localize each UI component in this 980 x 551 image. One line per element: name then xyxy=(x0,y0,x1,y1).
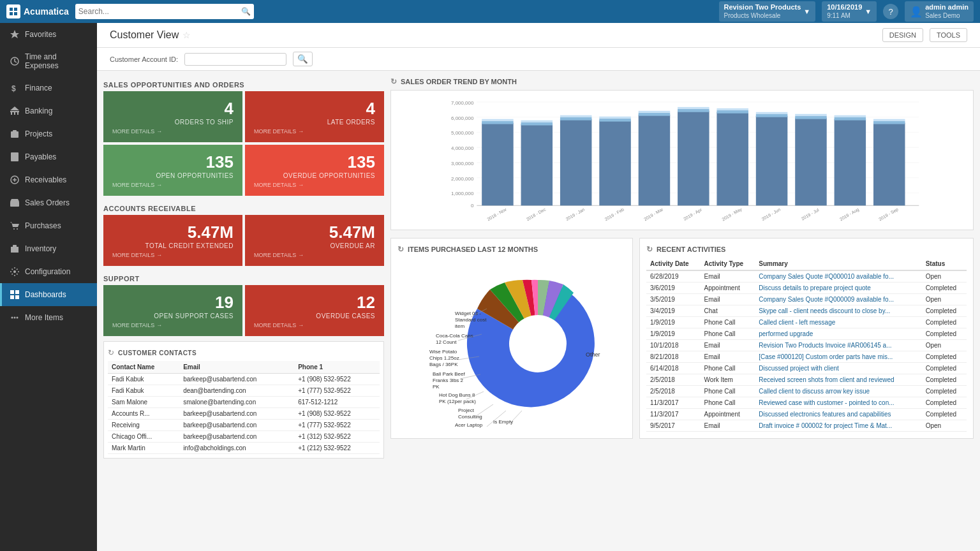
activity-row[interactable]: 8/21/2018Email[Case #000120] Custom orde… xyxy=(646,351,967,363)
activity-row[interactable]: 11/3/2017AppointmentDiscussed electronic… xyxy=(646,409,967,420)
contacts-row[interactable]: Fadi Kabukdean@bartending.con+1 (777) 53… xyxy=(108,385,380,397)
sidebar-item-inventory[interactable]: Inventory xyxy=(0,237,97,260)
activities-refresh-icon[interactable]: ↻ xyxy=(646,245,653,254)
activity-status: Completed xyxy=(922,305,967,317)
open-opp-number: 135 xyxy=(112,152,234,172)
datetime-selector[interactable]: 10/16/2019 9:11 AM ▼ xyxy=(822,1,877,21)
activity-summary-link[interactable]: Reviewed case with customer - pointed to… xyxy=(759,399,894,406)
svg-rect-52 xyxy=(521,124,553,206)
activity-row[interactable]: 2/5/2018Phone CallCalled client to discu… xyxy=(646,386,967,397)
activity-summary-link[interactable]: Draft invoice # 000002 for project Time … xyxy=(759,422,892,429)
activity-row[interactable]: 6/14/2018Phone CallDiscussed project wit… xyxy=(646,363,967,374)
svg-rect-68 xyxy=(716,110,748,114)
sidebar-item-payables[interactable]: Payables xyxy=(0,145,97,168)
contacts-row[interactable]: Mark Martininfo@abcholdings.con+1 (212) … xyxy=(108,443,380,454)
activity-summary-link[interactable]: Company Sales Quote #Q000010 available f… xyxy=(759,273,894,280)
svg-rect-53 xyxy=(521,122,553,126)
activity-row[interactable]: 1/9/2019Phone CallCalled client - left m… xyxy=(646,317,967,328)
svg-text:5,000,000: 5,000,000 xyxy=(451,130,474,136)
activity-date: 11/3/2017 xyxy=(646,397,701,409)
design-button[interactable]: DESIGN xyxy=(882,28,923,42)
activity-row[interactable]: 11/3/2017Phone CallReviewed case with cu… xyxy=(646,397,967,409)
col-activity-type: Activity Type xyxy=(701,258,755,270)
account-input[interactable] xyxy=(184,53,286,66)
activity-summary-link[interactable]: Called client to discuss arrow key issue xyxy=(759,388,870,395)
bar-chart-refresh-icon[interactable]: ↻ xyxy=(390,77,397,86)
sidebar-item-sales-orders[interactable]: Sales Orders xyxy=(0,191,97,214)
activity-summary-link[interactable]: Discussed electronics features and capab… xyxy=(759,411,891,418)
sidebar-item-favorites[interactable]: Favorites xyxy=(0,23,97,46)
contact-cell: 617-512-1212 xyxy=(294,397,380,408)
svg-text:0: 0 xyxy=(471,203,474,209)
activity-summary-link[interactable]: [Case #000120] Custom order parts have m… xyxy=(759,353,893,360)
sidebar-item-time-expenses[interactable]: Time and Expenses xyxy=(0,46,97,77)
activity-row[interactable]: 6/28/2019EmailCompany Sales Quote #Q0000… xyxy=(646,270,967,283)
activity-row[interactable]: 2/5/2018Work ItemReceived screen shots f… xyxy=(646,374,967,386)
activity-summary-link[interactable]: Skype call - client needs discount to cl… xyxy=(759,307,890,314)
svg-rect-57 xyxy=(560,115,592,117)
late-orders-more: MORE DETAILS→ xyxy=(254,128,375,135)
support-section-header: SUPPORT xyxy=(103,271,384,285)
activity-row[interactable]: 3/6/2019AppointmentDiscuss details to pr… xyxy=(646,283,967,294)
activity-row[interactable]: 3/4/2019ChatSkype call - client needs di… xyxy=(646,305,967,317)
favorite-star-icon[interactable]: ☆ xyxy=(182,30,191,40)
contacts-row[interactable]: Receivingbarkeep@usabartend.con+1 (777) … xyxy=(108,420,380,431)
tools-button[interactable]: TOOLS xyxy=(930,28,967,42)
activity-summary-link[interactable]: Discussed project with client xyxy=(759,365,839,372)
svg-rect-54 xyxy=(521,121,553,122)
sidebar-item-projects[interactable]: Projects xyxy=(0,122,97,145)
overdue-opp-card[interactable]: 135 OVERDUE OPPORTUNITIES MORE DETAILS→ xyxy=(245,145,384,196)
help-button[interactable]: ? xyxy=(883,4,898,19)
open-support-number: 19 xyxy=(112,293,234,312)
sidebar-item-more[interactable]: More Items xyxy=(0,306,97,329)
activity-row[interactable]: 9/5/2017EmailDraft invoice # 000002 for … xyxy=(646,420,967,432)
search-icon[interactable]: 🔍 xyxy=(241,7,251,16)
activity-summary-link[interactable]: performed upgrade xyxy=(759,330,813,337)
sidebar-item-finance[interactable]: $ Finance xyxy=(0,77,97,99)
svg-rect-27 xyxy=(15,290,19,294)
svg-text:PK: PK xyxy=(433,384,440,390)
activity-summary-link[interactable]: Received screen shots from client and re… xyxy=(759,376,894,383)
activity-row[interactable]: 10/1/2018EmailRevision Two Products Invo… xyxy=(646,340,967,351)
contacts-row[interactable]: Chicago Offi...barkeep@usabartend.con+1 … xyxy=(108,431,380,443)
sidebar-item-configuration[interactable]: Configuration xyxy=(0,260,97,283)
orders-to-ship-card[interactable]: 4 ORDERS TO SHIP MORE DETAILS→ xyxy=(103,91,242,142)
activity-summary-link[interactable]: Company Sales Quote #Q000009 available f… xyxy=(759,296,894,303)
account-search-button[interactable]: 🔍 xyxy=(293,52,313,66)
activity-date: 8/21/2018 xyxy=(646,351,701,363)
sidebar-item-dashboards[interactable]: Dashboards xyxy=(0,283,97,306)
svg-text:Consulting: Consulting xyxy=(458,414,482,420)
overdue-ar-card[interactable]: 5.47M OVERDUE AR MORE DETAILS→ xyxy=(245,215,384,266)
svg-text:2019 - Feb: 2019 - Feb xyxy=(604,207,625,221)
svg-text:Franks 3lbs 2: Franks 3lbs 2 xyxy=(433,378,464,383)
arrow-icon: → xyxy=(156,252,162,258)
contacts-row[interactable]: Accounts R...barkeep@usabartend.con+1 (9… xyxy=(108,408,380,420)
company-selector[interactable]: Revision Two Products Products Wholesale… xyxy=(719,1,816,21)
search-input[interactable] xyxy=(78,7,241,16)
sidebar-item-purchases[interactable]: Purchases xyxy=(0,214,97,237)
activity-summary: Draft invoice # 000002 for project Time … xyxy=(755,420,921,432)
sidebar-item-banking[interactable]: Banking xyxy=(0,99,97,122)
open-opportunities-card[interactable]: 135 OPEN OPPORTUNITIES MORE DETAILS→ xyxy=(103,145,242,196)
activity-summary-link[interactable]: Revision Two Products Invoice #AR006145 … xyxy=(759,342,891,349)
sidebar-item-receivables[interactable]: Receivables xyxy=(0,168,97,191)
activity-row[interactable]: 3/5/2019EmailCompany Sales Quote #Q00000… xyxy=(646,294,967,305)
contacts-refresh-icon[interactable]: ↻ xyxy=(108,348,114,357)
late-orders-card[interactable]: 4 LATE ORDERS MORE DETAILS→ xyxy=(245,91,384,142)
overdue-cases-card[interactable]: 12 OVERDUE CASES MORE DETAILS→ xyxy=(245,285,384,336)
total-credit-card[interactable]: 5.47M TOTAL CREDIT EXTENDED MORE DETAILS… xyxy=(103,215,242,266)
activity-row[interactable]: 1/9/2019Phone Callperformed upgradeCompl… xyxy=(646,328,967,340)
activity-summary-link[interactable]: Discuss details to prepare project quote xyxy=(759,284,871,291)
contacts-row[interactable]: Sam Malonesmalone@bartending.con617-512-… xyxy=(108,397,380,408)
bottom-panels: ↻ ITEMS PURCHASED LAST 12 MONTHS xyxy=(390,238,974,439)
pie-chart-refresh-icon[interactable]: ↻ xyxy=(397,245,404,254)
contacts-row[interactable]: Fadi Kabukbarkeep@usabartend.con+1 (908)… xyxy=(108,374,380,385)
svg-marker-11 xyxy=(10,107,19,110)
logo[interactable]: Acumatica xyxy=(6,4,69,18)
open-support-card[interactable]: 19 OPEN SUPPORT CASES MORE DETAILS→ xyxy=(103,285,242,336)
user-menu[interactable]: 👤 admin admin Sales Demo xyxy=(905,1,974,21)
activity-type: Phone Call xyxy=(701,363,755,374)
col-activity-date: Activity Date xyxy=(646,258,701,270)
activity-summary-link[interactable]: Called client - left message xyxy=(759,319,835,326)
pie-chart-header: ↻ ITEMS PURCHASED LAST 12 MONTHS xyxy=(397,245,626,254)
